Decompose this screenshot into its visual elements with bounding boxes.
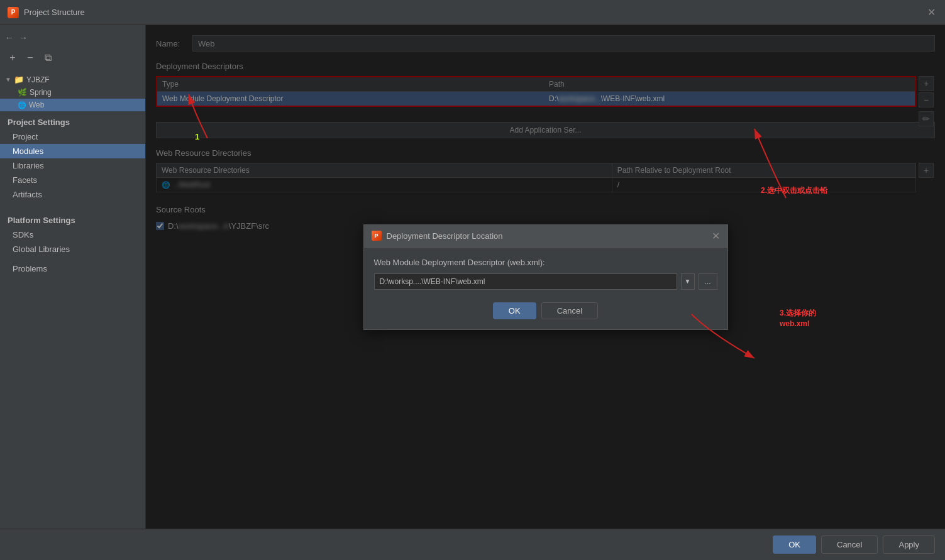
sidebar-item-sdks[interactable]: SDKs [0,228,145,242]
tree-spring-label: Spring [30,88,52,97]
dialog-title: Deployment Descriptor Location [387,231,503,241]
module-tree: ▼ 📁 YJBZF 🌿 Spring 🌐 Web [0,70,145,114]
project-settings-label: Project Settings [0,114,145,129]
title-bar: P Project Structure ✕ [0,0,945,25]
platform-settings-section: Platform Settings SDKs Global Libraries [0,212,145,256]
tree-root-item[interactable]: ▼ 📁 YJBZF [0,73,145,86]
window-close-button[interactable]: ✕ [925,6,937,19]
web-icon: 🌐 [18,101,26,109]
dialog-cancel-button[interactable]: Cancel [541,302,598,319]
tree-toggle-icon: ▼ [5,76,11,83]
problems-section: Problems [0,261,145,276]
sidebar-toolbar: + − ⧉ [0,48,145,70]
sidebar-facets-label: Facets [13,175,37,185]
dialog-title-content: P Deployment Descriptor Location [372,231,503,241]
sidebar-item-project[interactable]: Project [0,129,145,144]
sidebar-libraries-label: Libraries [13,161,44,170]
add-button[interactable]: + [5,50,20,65]
sidebar-artifacts-label: Artifacts [13,190,42,199]
sidebar-modules-label: Modules [13,146,43,156]
sidebar-item-libraries[interactable]: Libraries [0,158,145,173]
dialog-path-input[interactable] [374,273,677,290]
forward-button[interactable]: → [19,33,28,43]
folder-icon: 📁 [14,75,24,84]
tree-web-label: Web [29,101,44,109]
remove-button[interactable]: − [23,50,38,65]
tree-root-label: YJBZF [26,75,50,84]
platform-settings-label: Platform Settings [0,212,145,228]
cancel-button[interactable]: Cancel [821,535,878,554]
sidebar-item-artifacts[interactable]: Artifacts [0,187,145,202]
sidebar-problems-label: Problems [13,264,47,273]
dialog-browse-button[interactable]: ... [699,273,717,290]
dialog-buttons: OK Cancel [374,302,717,319]
dialog-input-row: ▼ ... [374,273,717,290]
deployment-descriptor-dialog: P Deployment Descriptor Location ✕ Web M… [363,224,728,330]
dialog-title-bar: P Deployment Descriptor Location ✕ [364,225,727,248]
sidebar-global-libraries-label: Global Libraries [13,244,70,254]
dialog-descriptor-label: Web Module Deployment Descriptor (web.xm… [374,258,717,267]
app-icon: P [8,7,19,18]
copy-button[interactable]: ⧉ [40,50,55,65]
sidebar-item-global-libraries[interactable]: Global Libraries [0,242,145,256]
sidebar: ← → + − ⧉ ▼ 📁 YJBZF 🌿 Spring 🌐 Web [0,25,146,529]
dialog-overlay: P Deployment Descriptor Location ✕ Web M… [146,25,945,529]
sidebar-item-problems[interactable]: Problems [0,261,145,276]
sidebar-item-facets[interactable]: Facets [0,173,145,187]
main-container: ← → + − ⧉ ▼ 📁 YJBZF 🌿 Spring 🌐 Web [0,25,945,529]
dialog-dropdown-button[interactable]: ▼ [681,273,695,290]
tree-spring-item[interactable]: 🌿 Spring [0,86,145,99]
window-title: Project Structure [24,8,85,17]
sidebar-item-modules[interactable]: Modules [0,144,145,158]
content-area: Name: Deployment Descriptors Type Path [146,25,945,529]
dialog-body: Web Module Deployment Descriptor (web.xm… [364,248,727,329]
sidebar-project-label: Project [13,132,38,141]
dialog-close-button[interactable]: ✕ [712,230,720,242]
bottom-bar: OK Cancel Apply [0,529,945,560]
nav-toolbar: ← → [0,30,145,45]
tree-web-item[interactable]: 🌐 Web [0,99,145,111]
dialog-ok-button[interactable]: OK [493,302,536,319]
apply-button[interactable]: Apply [883,535,935,554]
spring-icon: 🌿 [18,88,27,97]
dialog-icon: P [372,231,382,241]
ok-button[interactable]: OK [773,535,816,554]
back-button[interactable]: ← [5,33,14,43]
sidebar-sdks-label: SDKs [13,230,33,239]
